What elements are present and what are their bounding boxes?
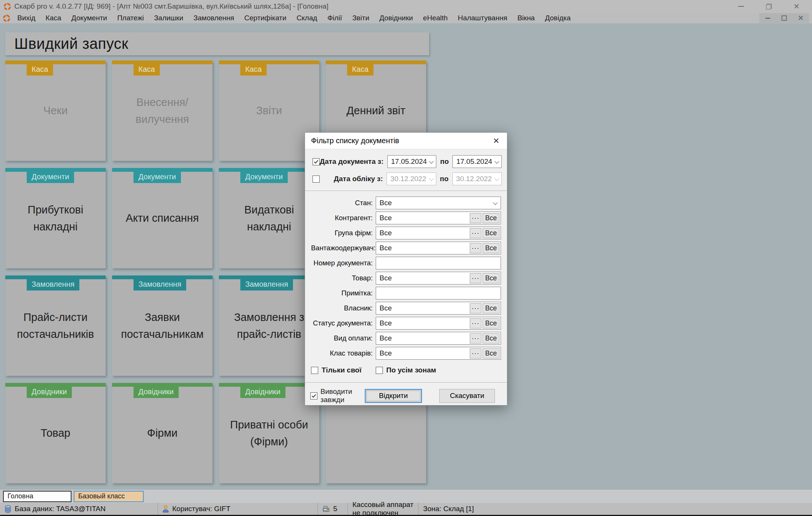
tile-label: Звіти <box>219 61 319 161</box>
date-value: 17.05.2024 <box>456 157 495 166</box>
mdi-close-icon[interactable]: ✕ <box>792 13 809 23</box>
filter-field-row: Власник:Все···Все <box>311 301 501 316</box>
tab-golovna[interactable]: Головна <box>3 491 71 502</box>
menu-item-вихід[interactable]: Вихід <box>17 14 35 22</box>
menu-item-філії[interactable]: Філії <box>327 14 342 22</box>
option-checkbox[interactable] <box>376 367 383 374</box>
scarb-menu-logo-icon <box>3 15 10 22</box>
all-button[interactable]: Все <box>483 243 499 253</box>
menu-item-залишки[interactable]: Залишки <box>154 14 183 22</box>
close-icon[interactable]: ✕ <box>792 3 801 10</box>
date-from-combo[interactable]: 17.05.2024 <box>387 155 437 168</box>
menu-item-каса[interactable]: Каса <box>46 14 61 22</box>
tile[interactable]: КасаЧеки <box>5 61 106 161</box>
field-lookup[interactable]: Все···Все <box>376 317 501 330</box>
menu-item-довідка[interactable]: Довідка <box>545 14 571 22</box>
dialog-close-icon[interactable]: ✕ <box>491 136 501 145</box>
menu-item-сертифікати[interactable]: Сертифікати <box>244 14 287 22</box>
chevron-down-icon <box>493 200 498 205</box>
field-label: Статус документа: <box>311 319 373 327</box>
quick-launch-header: Швидкий запуск <box>5 32 429 55</box>
tile-label: Приватні особи (Фірми) <box>219 383 319 483</box>
field-lookup[interactable]: Все···Все <box>376 332 501 345</box>
all-button[interactable]: Все <box>483 348 499 359</box>
filter-dialog: Фільтр списку документів ✕ Дата документ… <box>305 132 507 406</box>
always-show-label: Виводити завжди <box>320 387 365 404</box>
ellipsis-button[interactable]: ··· <box>470 228 481 238</box>
all-button[interactable]: Все <box>483 318 499 328</box>
field-lookup[interactable]: Все···Все <box>376 227 501 239</box>
tile[interactable]: ЗамовленняПрайс-листи постачальників <box>5 275 106 376</box>
option-checkbox-group: По усім зонам <box>376 366 436 374</box>
field-input[interactable] <box>376 257 501 269</box>
filter-field-row: Клас товарів:Все···Все <box>311 346 501 361</box>
tile[interactable]: ДовідникиПриватні особи (Фірми) <box>219 383 319 483</box>
mdi-restore-icon[interactable] <box>776 13 792 23</box>
field-label: Стан: <box>311 199 373 207</box>
field-combo[interactable]: Все <box>376 197 501 209</box>
tile[interactable]: КасаЗвіти <box>219 61 319 161</box>
mdi-minimize-icon[interactable] <box>759 13 776 23</box>
menu-item-звіти[interactable]: Звіти <box>352 14 369 22</box>
filter-field-row: Контрагент:Все···Все <box>311 210 501 225</box>
ellipsis-button[interactable]: ··· <box>470 213 481 223</box>
menu-item-склад[interactable]: Склад <box>296 14 317 22</box>
restore-icon[interactable] <box>764 3 774 10</box>
menu-item-налаштування[interactable]: Налаштування <box>458 14 507 22</box>
ellipsis-button[interactable]: ··· <box>470 318 481 328</box>
field-lookup[interactable]: Все···Все <box>376 302 501 315</box>
date-row-checkbox[interactable] <box>313 176 320 183</box>
option-checkbox[interactable] <box>311 367 318 374</box>
date-to-combo: 30.12.2022 <box>452 173 502 185</box>
tile[interactable]: ЗамовленняЗамовлення з прайс-листів <box>219 275 319 376</box>
menu-item-документи[interactable]: Документи <box>71 14 107 22</box>
dialog-titlebar: Фільтр списку документів ✕ <box>305 133 507 149</box>
cancel-button[interactable]: Скасувати <box>439 389 495 403</box>
status-bar: База даних: TASA3@TITAN Користувач: GIFT… <box>0 503 812 515</box>
menu-item-ehealth[interactable]: eHealth <box>423 14 448 22</box>
always-show-checkbox[interactable] <box>310 392 317 399</box>
field-label: Група фірм: <box>311 229 373 237</box>
ellipsis-button[interactable]: ··· <box>470 348 481 359</box>
field-lookup[interactable]: Все···Все <box>376 242 501 254</box>
all-button[interactable]: Все <box>483 303 499 313</box>
tile[interactable]: ДовідникиТовар <box>5 383 106 483</box>
menu-item-замовлення[interactable]: Замовлення <box>193 14 234 22</box>
field-lookup[interactable]: Все···Все <box>376 347 501 360</box>
menu-item-вікна[interactable]: Вікна <box>518 14 535 22</box>
all-button[interactable]: Все <box>483 228 499 238</box>
tile[interactable]: ДокументиВидаткові накладні <box>219 168 319 268</box>
open-button[interactable]: Відкрити <box>365 389 422 403</box>
tile-label: Внесення/вилучення <box>112 61 212 161</box>
minimize-icon[interactable] <box>736 3 746 10</box>
date-to-combo[interactable]: 17.05.2024 <box>452 155 502 168</box>
all-button[interactable]: Все <box>483 333 499 343</box>
date-value: 30.12.2022 <box>456 175 495 183</box>
ellipsis-button[interactable]: ··· <box>470 273 481 283</box>
tile[interactable]: ДокументиАкти списання <box>112 168 212 268</box>
menu-items: ВихідКасаДокументиПлатежіЗалишкиЗамовлен… <box>17 14 571 22</box>
tab-bazovyi-klass[interactable]: Базовый класс <box>74 491 144 502</box>
field-lookup[interactable]: Все···Все <box>376 212 501 224</box>
user-icon <box>162 505 169 513</box>
menu-item-платежі[interactable]: Платежі <box>117 14 144 22</box>
tile[interactable]: ДокументиПрибуткові накладні <box>5 168 106 268</box>
filter-field-row: Примітка: <box>311 286 501 301</box>
date-filter-row: Дата обліку з:30.12.2022по30.12.2022 <box>313 170 502 188</box>
tile[interactable]: ЗамовленняЗаявки постачальникам <box>112 275 212 376</box>
tile[interactable]: КасаВнесення/вилучення <box>112 61 212 161</box>
ellipsis-button[interactable]: ··· <box>470 333 481 343</box>
field-input[interactable] <box>376 287 501 300</box>
tile[interactable]: ДовідникиФірми <box>112 383 212 483</box>
menu-item-довідники[interactable]: Довідники <box>379 14 413 22</box>
all-button[interactable]: Все <box>483 213 499 223</box>
field-value: Все <box>379 199 493 207</box>
tile-label: Прибуткові накладні <box>5 168 106 268</box>
filter-field-row: Номер документа: <box>311 256 501 271</box>
date-row-checkbox[interactable] <box>313 158 320 165</box>
field-label: Вид оплати: <box>311 334 373 342</box>
all-button[interactable]: Все <box>483 273 499 283</box>
ellipsis-button[interactable]: ··· <box>470 303 481 313</box>
ellipsis-button[interactable]: ··· <box>470 243 481 253</box>
field-lookup[interactable]: Все···Все <box>376 272 501 284</box>
